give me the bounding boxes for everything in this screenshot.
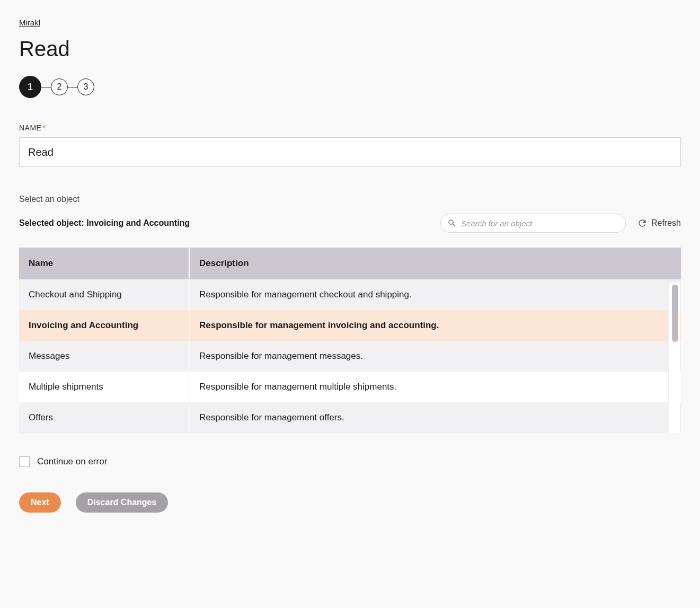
cell-name: Invoicing and Accounting xyxy=(19,310,189,341)
step-1[interactable]: 1 xyxy=(19,76,41,98)
cell-description: Responsible for management messages. xyxy=(189,341,681,372)
cell-description: Responsible for management invoicing and… xyxy=(189,310,681,341)
cell-name: Multiple shipments xyxy=(19,372,189,402)
scrollbar-track[interactable] xyxy=(668,283,680,433)
cell-name: Checkout and Shipping xyxy=(19,279,189,310)
step-connector xyxy=(41,87,51,87)
search-icon xyxy=(447,218,457,228)
table-header-row: Name Description xyxy=(19,248,681,279)
page-title: Read xyxy=(19,37,681,61)
breadcrumb-mirakl[interactable]: Mirakl xyxy=(19,18,40,27)
cell-description: Responsible for management checkout and … xyxy=(189,279,681,310)
search-box[interactable] xyxy=(440,214,626,233)
cell-description: Responsible for management multiple ship… xyxy=(189,372,681,402)
scrollbar-thumb[interactable] xyxy=(672,285,678,342)
required-star-icon: * xyxy=(42,124,46,132)
refresh-button[interactable]: Refresh xyxy=(637,218,681,228)
step-connector xyxy=(68,87,77,87)
stepper: 1 2 3 xyxy=(19,76,681,98)
col-header-name[interactable]: Name xyxy=(19,248,189,279)
name-input[interactable] xyxy=(19,137,681,167)
cell-description: Responsible for management offers. xyxy=(189,402,681,433)
continue-on-error-label: Continue on error xyxy=(37,456,107,467)
table-row[interactable]: Checkout and ShippingResponsible for man… xyxy=(19,279,681,310)
col-header-description[interactable]: Description xyxy=(189,248,681,279)
continue-on-error-checkbox[interactable] xyxy=(19,456,30,467)
table-row[interactable]: Multiple shipmentsResponsible for manage… xyxy=(19,372,681,402)
table-row[interactable]: MessagesResponsible for management messa… xyxy=(19,341,681,372)
refresh-label: Refresh xyxy=(651,218,681,228)
next-button[interactable]: Next xyxy=(19,492,61,513)
name-field-label: NAME* xyxy=(19,124,681,132)
cell-name: Messages xyxy=(19,341,189,372)
search-input[interactable] xyxy=(457,218,619,228)
discard-changes-button[interactable]: Discard Changes xyxy=(76,492,169,513)
select-object-label: Select an object xyxy=(19,195,681,204)
table-row[interactable]: OffersResponsible for management offers. xyxy=(19,402,681,433)
refresh-icon xyxy=(637,218,647,228)
step-3[interactable]: 3 xyxy=(77,78,94,95)
cell-name: Offers xyxy=(19,402,189,433)
step-2[interactable]: 2 xyxy=(51,78,68,95)
table-row[interactable]: Invoicing and AccountingResponsible for … xyxy=(19,310,681,341)
selected-object-text: Selected object: Invoicing and Accountin… xyxy=(19,218,190,228)
objects-table: Name Description Checkout and ShippingRe… xyxy=(19,248,681,433)
